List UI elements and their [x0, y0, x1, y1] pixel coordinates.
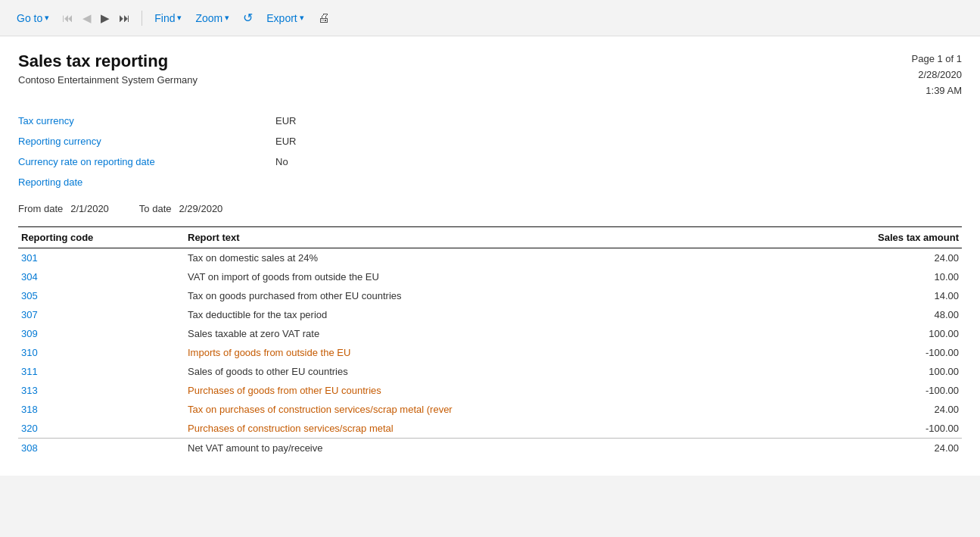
report-title-section: Sales tax reporting Contoso Entertainmen…	[18, 52, 198, 86]
table-cell-amount: 14.00	[841, 286, 962, 305]
info-row-reporting-currency: Reporting currency EUR	[18, 131, 962, 151]
report-table: Reporting code Report text Sales tax amo…	[18, 226, 962, 457]
goto-label: Go to	[17, 12, 42, 24]
table-cell-text: Tax on purchases of construction service…	[185, 400, 841, 419]
zoom-chevron-icon: ▾	[225, 13, 229, 23]
table-cell-amount: 10.00	[841, 267, 962, 286]
table-row: 305Tax on goods purchased from other EU …	[18, 286, 962, 305]
from-date-value: 2/1/2020	[70, 203, 109, 214]
table-cell-text: Sales taxable at zero VAT rate	[185, 324, 841, 343]
table-cell-code[interactable]: 311	[18, 362, 185, 381]
info-row-reporting-date: Reporting date	[18, 172, 962, 192]
last-page-icon[interactable]: ⏭	[115, 8, 134, 27]
table-row: 313Purchases of goods from other EU coun…	[18, 381, 962, 400]
table-header-row: Reporting code Report text Sales tax amo…	[18, 227, 962, 248]
first-page-icon[interactable]: ⏮	[58, 8, 77, 27]
export-chevron-icon: ▾	[300, 13, 304, 23]
export-label: Export	[266, 12, 297, 24]
to-date-group: To date 2/29/2020	[139, 203, 223, 214]
table-cell-amount: -100.00	[841, 381, 962, 400]
navigation-controls: ⏮ ◀ ▶ ⏭	[58, 8, 134, 28]
tax-currency-label: Tax currency	[18, 115, 275, 126]
col-header-text: Report text	[185, 227, 841, 248]
table-cell-code[interactable]: 307	[18, 305, 185, 324]
find-button[interactable]: Find ▾	[150, 9, 186, 27]
table-row: 310Imports of goods from outside the EU-…	[18, 343, 962, 362]
table-cell-code[interactable]: 308	[18, 439, 185, 458]
table-cell-code[interactable]: 320	[18, 419, 185, 439]
dates-row: From date 2/1/2020 To date 2/29/2020	[18, 195, 962, 226]
goto-button[interactable]: Go to ▾	[12, 9, 54, 27]
reporting-currency-value: EUR	[275, 136, 296, 147]
table-header: Reporting code Report text Sales tax amo…	[18, 227, 962, 248]
goto-chevron-icon: ▾	[45, 13, 49, 23]
table-cell-amount: -100.00	[841, 343, 962, 362]
currency-rate-value: No	[275, 156, 288, 167]
prev-page-icon[interactable]: ◀	[79, 8, 95, 28]
table-cell-amount: 24.00	[841, 400, 962, 419]
table-row: 308Net VAT amount to pay/receive24.00	[18, 439, 962, 458]
find-chevron-icon: ▾	[177, 13, 182, 23]
table-cell-code[interactable]: 309	[18, 324, 185, 343]
col-header-code: Reporting code	[18, 227, 185, 248]
table-cell-code[interactable]: 310	[18, 343, 185, 362]
report-title: Sales tax reporting	[18, 52, 198, 71]
reporting-currency-label: Reporting currency	[18, 136, 275, 147]
refresh-button[interactable]: ↺	[238, 8, 257, 28]
from-date-label: From date	[18, 203, 63, 214]
table-cell-text: Tax on domestic sales at 24%	[185, 248, 841, 268]
table-cell-code[interactable]: 305	[18, 286, 185, 305]
table-row: 320Purchases of construction services/sc…	[18, 419, 962, 439]
table-cell-amount: 100.00	[841, 324, 962, 343]
table-body: 301Tax on domestic sales at 24%24.00304V…	[18, 248, 962, 458]
report-content: Sales tax reporting Contoso Entertainmen…	[0, 36, 980, 476]
table-row: 301Tax on domestic sales at 24%24.00	[18, 248, 962, 268]
table-cell-amount: 24.00	[841, 439, 962, 458]
table-cell-text: VAT on import of goods from outside the …	[185, 267, 841, 286]
report-meta: Page 1 of 1 2/28/2020 1:39 AM	[912, 52, 963, 98]
table-row: 304VAT on import of goods from outside t…	[18, 267, 962, 286]
to-date-label: To date	[139, 203, 172, 214]
table-row: 311Sales of goods to other EU countries1…	[18, 362, 962, 381]
currency-rate-label: Currency rate on reporting date	[18, 156, 275, 167]
info-row-currency-rate: Currency rate on reporting date No	[18, 151, 962, 172]
separator-1	[142, 11, 142, 26]
table-cell-text: Purchases of construction services/scrap…	[185, 419, 841, 439]
report-page-info: Page 1 of 1	[912, 52, 963, 67]
zoom-label: Zoom	[195, 12, 222, 24]
table-cell-text: Tax deductible for the tax period	[185, 305, 841, 324]
report-date: 2/28/2020	[912, 67, 963, 83]
table-cell-text: Imports of goods from outside the EU	[185, 343, 841, 362]
table-row: 318Tax on purchases of construction serv…	[18, 400, 962, 419]
print-icon: 🖨	[318, 11, 330, 25]
table-cell-amount: -100.00	[841, 419, 962, 439]
col-header-amount: Sales tax amount	[841, 227, 962, 248]
from-date-group: From date 2/1/2020	[18, 203, 109, 214]
report-company: Contoso Entertainment System Germany	[18, 74, 198, 86]
table-cell-amount: 24.00	[841, 248, 962, 268]
report-time: 1:39 AM	[912, 83, 963, 99]
table-cell-text: Net VAT amount to pay/receive	[185, 439, 841, 458]
table-cell-code[interactable]: 313	[18, 381, 185, 400]
toolbar: Go to ▾ ⏮ ◀ ▶ ⏭ Find ▾ Zoom ▾ ↺ Export ▾…	[0, 0, 980, 36]
find-label: Find	[154, 12, 175, 24]
tax-currency-value: EUR	[275, 115, 296, 126]
to-date-value: 2/29/2020	[179, 203, 223, 214]
next-page-icon[interactable]: ▶	[97, 8, 114, 28]
info-row-tax-currency: Tax currency EUR	[18, 111, 962, 131]
table-cell-code[interactable]: 318	[18, 400, 185, 419]
table-cell-text: Tax on goods purchased from other EU cou…	[185, 286, 841, 305]
zoom-button[interactable]: Zoom ▾	[191, 9, 234, 27]
table-cell-amount: 48.00	[841, 305, 962, 324]
table-cell-code[interactable]: 301	[18, 248, 185, 268]
reporting-date-label: Reporting date	[18, 176, 275, 188]
table-cell-text: Purchases of goods from other EU countri…	[185, 381, 841, 400]
table-cell-amount: 100.00	[841, 362, 962, 381]
table-cell-text: Sales of goods to other EU countries	[185, 362, 841, 381]
info-section: Tax currency EUR Reporting currency EUR …	[18, 111, 962, 192]
table-row: 309Sales taxable at zero VAT rate100.00	[18, 324, 962, 343]
table-cell-code[interactable]: 304	[18, 267, 185, 286]
refresh-icon: ↺	[243, 11, 253, 25]
print-button[interactable]: 🖨	[313, 8, 334, 28]
export-button[interactable]: Export ▾	[262, 9, 308, 27]
